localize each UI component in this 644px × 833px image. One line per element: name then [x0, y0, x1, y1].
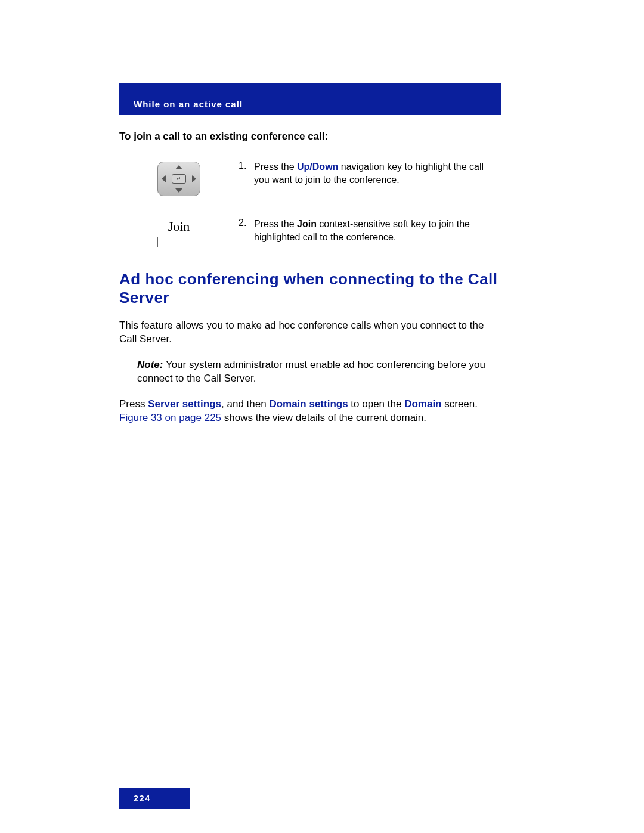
text: , and then: [221, 398, 269, 410]
header-bar: While on an active call: [119, 83, 501, 115]
domain-settings-label: Domain settings: [269, 398, 348, 410]
arrow-down-icon: [175, 188, 182, 193]
softkey-label: Join: [150, 219, 208, 234]
up-key-label: Up: [297, 162, 309, 172]
step-row: Join 2. Press the Join context-sensitive…: [119, 218, 501, 249]
step-text-column: 1. Press the Up/Down navigation key to h…: [239, 160, 501, 186]
footer-bar: 224: [119, 788, 190, 809]
enter-key-icon: ↵: [172, 174, 186, 184]
press-paragraph: Press Server settings, and then Domain s…: [119, 398, 501, 425]
step-number: 2.: [239, 218, 254, 243]
arrow-right-icon: [192, 175, 196, 182]
header-title: While on an active call: [134, 99, 243, 109]
down-key-label: Down: [312, 162, 339, 172]
join-key-label: Join: [297, 219, 317, 229]
note-label: Note:: [137, 359, 163, 370]
figure-xref-link[interactable]: Figure 33 on page 225: [119, 412, 221, 423]
server-settings-label: Server settings: [148, 398, 221, 410]
intro-paragraph: This feature allows you to make ad hoc c…: [119, 319, 501, 346]
step-text-column: 2. Press the Join context-sensitive soft…: [239, 218, 501, 243]
note-text: Your system administrator must enable ad…: [137, 359, 485, 384]
step-icon-column: Join: [119, 218, 239, 249]
instruction-title: To join a call to an existing conference…: [119, 131, 501, 143]
softkey-icon: Join: [150, 219, 208, 249]
page-number: 224: [134, 794, 151, 803]
step-body: Press the Up/Down navigation key to high…: [254, 160, 495, 186]
text: to open the: [348, 398, 405, 410]
nav-pad-icon: ↵: [157, 162, 200, 196]
step-body: Press the Join context-sensitive soft ke…: [254, 218, 495, 243]
arrow-left-icon: [162, 175, 166, 182]
text: shows the view details of the current do…: [221, 412, 426, 423]
step-row: ↵ 1. Press the Up/Down navigation key to…: [119, 160, 501, 196]
arrow-up-icon: [175, 165, 182, 169]
text: screen.: [442, 398, 478, 410]
text: Press: [119, 398, 148, 410]
step-icon-column: ↵: [119, 160, 239, 196]
text: Press the: [254, 162, 297, 172]
section-heading: Ad hoc conferencing when connecting to t…: [119, 270, 501, 307]
page-content: While on an active call To join a call t…: [119, 83, 501, 437]
softkey-button-graphic: [157, 237, 200, 247]
note-paragraph: Note: Your system administrator must ena…: [137, 358, 501, 386]
domain-label: Domain: [404, 398, 441, 410]
text: Press the: [254, 219, 297, 229]
step-number: 1.: [239, 160, 254, 186]
